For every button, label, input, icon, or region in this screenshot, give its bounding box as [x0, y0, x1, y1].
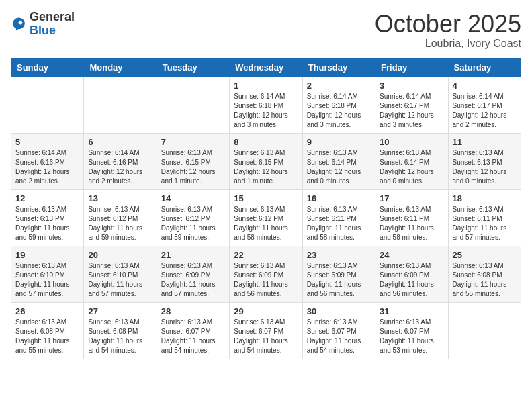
month-title: October 2025 — [375, 11, 521, 38]
calendar-cell: 30Sunrise: 6:13 AM Sunset: 6:07 PM Dayli… — [302, 302, 375, 359]
day-info: Sunrise: 6:14 AM Sunset: 6:17 PM Dayligh… — [453, 92, 517, 130]
calendar-week-1: 1Sunrise: 6:14 AM Sunset: 6:18 PM Daylig… — [11, 77, 521, 133]
day-number: 19 — [15, 250, 79, 260]
calendar-cell: 4Sunrise: 6:14 AM Sunset: 6:17 PM Daylig… — [448, 77, 521, 133]
day-number: 29 — [234, 306, 298, 316]
weekday-header-friday: Friday — [375, 58, 448, 77]
day-number: 11 — [453, 137, 517, 147]
day-info: Sunrise: 6:13 AM Sunset: 6:15 PM Dayligh… — [234, 148, 298, 186]
day-number: 18 — [453, 193, 517, 203]
day-info: Sunrise: 6:13 AM Sunset: 6:09 PM Dayligh… — [380, 261, 443, 299]
calendar-cell — [448, 302, 521, 359]
day-number: 13 — [88, 193, 152, 203]
calendar-week-3: 12Sunrise: 6:13 AM Sunset: 6:13 PM Dayli… — [11, 189, 521, 246]
calendar-week-4: 19Sunrise: 6:13 AM Sunset: 6:10 PM Dayli… — [11, 246, 521, 302]
calendar-week-2: 5Sunrise: 6:14 AM Sunset: 6:16 PM Daylig… — [11, 133, 521, 189]
calendar-cell: 12Sunrise: 6:13 AM Sunset: 6:13 PM Dayli… — [11, 189, 84, 246]
day-info: Sunrise: 6:13 AM Sunset: 6:10 PM Dayligh… — [15, 261, 79, 299]
day-info: Sunrise: 6:13 AM Sunset: 6:07 PM Dayligh… — [307, 318, 371, 355]
calendar-cell — [157, 77, 229, 133]
day-info: Sunrise: 6:13 AM Sunset: 6:08 PM Dayligh… — [88, 318, 152, 355]
day-number: 25 — [453, 250, 517, 260]
location-title: Loubria, Ivory Coast — [375, 38, 521, 50]
logo-icon — [11, 16, 27, 32]
day-info: Sunrise: 6:13 AM Sunset: 6:11 PM Dayligh… — [453, 205, 517, 242]
calendar-cell: 6Sunrise: 6:14 AM Sunset: 6:16 PM Daylig… — [84, 133, 157, 189]
calendar-cell: 3Sunrise: 6:14 AM Sunset: 6:17 PM Daylig… — [375, 77, 448, 133]
day-number: 15 — [234, 193, 298, 203]
calendar-cell: 8Sunrise: 6:13 AM Sunset: 6:15 PM Daylig… — [230, 133, 302, 189]
weekday-header-row: SundayMondayTuesdayWednesdayThursdayFrid… — [11, 58, 521, 77]
calendar-cell: 17Sunrise: 6:13 AM Sunset: 6:11 PM Dayli… — [375, 189, 448, 246]
day-number: 28 — [161, 306, 225, 316]
day-info: Sunrise: 6:13 AM Sunset: 6:15 PM Dayligh… — [161, 148, 225, 186]
day-info: Sunrise: 6:13 AM Sunset: 6:12 PM Dayligh… — [88, 205, 152, 242]
calendar-cell: 10Sunrise: 6:13 AM Sunset: 6:14 PM Dayli… — [375, 133, 448, 189]
calendar-cell: 26Sunrise: 6:13 AM Sunset: 6:08 PM Dayli… — [11, 302, 84, 359]
day-info: Sunrise: 6:14 AM Sunset: 6:17 PM Dayligh… — [380, 92, 443, 130]
calendar-cell: 24Sunrise: 6:13 AM Sunset: 6:09 PM Dayli… — [375, 246, 448, 302]
day-number: 2 — [307, 81, 371, 91]
calendar-cell: 25Sunrise: 6:13 AM Sunset: 6:08 PM Dayli… — [448, 246, 521, 302]
calendar-cell: 23Sunrise: 6:13 AM Sunset: 6:09 PM Dayli… — [302, 246, 375, 302]
day-number: 3 — [380, 81, 443, 91]
calendar-cell: 14Sunrise: 6:13 AM Sunset: 6:12 PM Dayli… — [157, 189, 229, 246]
day-number: 1 — [234, 81, 298, 91]
day-number: 8 — [234, 137, 298, 147]
day-number: 10 — [380, 137, 443, 147]
calendar-cell: 20Sunrise: 6:13 AM Sunset: 6:10 PM Dayli… — [84, 246, 157, 302]
calendar-cell: 5Sunrise: 6:14 AM Sunset: 6:16 PM Daylig… — [11, 133, 84, 189]
day-number: 22 — [234, 250, 298, 260]
day-number: 14 — [161, 193, 225, 203]
day-info: Sunrise: 6:14 AM Sunset: 6:16 PM Dayligh… — [15, 148, 79, 186]
day-info: Sunrise: 6:13 AM Sunset: 6:14 PM Dayligh… — [307, 148, 371, 186]
logo-general-text: General — [30, 10, 75, 24]
day-number: 20 — [88, 250, 152, 260]
calendar-cell: 1Sunrise: 6:14 AM Sunset: 6:18 PM Daylig… — [230, 77, 302, 133]
day-info: Sunrise: 6:13 AM Sunset: 6:11 PM Dayligh… — [380, 205, 443, 242]
day-info: Sunrise: 6:13 AM Sunset: 6:07 PM Dayligh… — [234, 318, 298, 355]
calendar-cell — [84, 77, 157, 133]
day-info: Sunrise: 6:13 AM Sunset: 6:09 PM Dayligh… — [234, 261, 298, 299]
day-info: Sunrise: 6:13 AM Sunset: 6:09 PM Dayligh… — [161, 261, 225, 299]
calendar-week-5: 26Sunrise: 6:13 AM Sunset: 6:08 PM Dayli… — [11, 302, 521, 359]
day-number: 9 — [307, 137, 371, 147]
day-info: Sunrise: 6:13 AM Sunset: 6:10 PM Dayligh… — [88, 261, 152, 299]
day-info: Sunrise: 6:14 AM Sunset: 6:18 PM Dayligh… — [307, 92, 371, 130]
calendar-cell: 2Sunrise: 6:14 AM Sunset: 6:18 PM Daylig… — [302, 77, 375, 133]
day-info: Sunrise: 6:13 AM Sunset: 6:12 PM Dayligh… — [161, 205, 225, 242]
calendar-cell: 13Sunrise: 6:13 AM Sunset: 6:12 PM Dayli… — [84, 189, 157, 246]
day-number: 27 — [88, 306, 152, 316]
calendar-cell: 11Sunrise: 6:13 AM Sunset: 6:13 PM Dayli… — [448, 133, 521, 189]
weekday-header-monday: Monday — [84, 58, 157, 77]
day-number: 17 — [380, 193, 443, 203]
day-info: Sunrise: 6:14 AM Sunset: 6:18 PM Dayligh… — [234, 92, 298, 130]
day-info: Sunrise: 6:13 AM Sunset: 6:08 PM Dayligh… — [453, 261, 517, 299]
day-number: 23 — [307, 250, 371, 260]
day-info: Sunrise: 6:13 AM Sunset: 6:09 PM Dayligh… — [307, 261, 371, 299]
day-info: Sunrise: 6:13 AM Sunset: 6:14 PM Dayligh… — [380, 148, 443, 186]
day-info: Sunrise: 6:13 AM Sunset: 6:13 PM Dayligh… — [453, 148, 517, 186]
page-header: General Blue October 2025 Loubria, Ivory… — [11, 11, 521, 50]
calendar-cell: 19Sunrise: 6:13 AM Sunset: 6:10 PM Dayli… — [11, 246, 84, 302]
day-info: Sunrise: 6:13 AM Sunset: 6:07 PM Dayligh… — [380, 318, 443, 355]
weekday-header-sunday: Sunday — [11, 58, 84, 77]
calendar-cell: 29Sunrise: 6:13 AM Sunset: 6:07 PM Dayli… — [230, 302, 302, 359]
weekday-header-tuesday: Tuesday — [157, 58, 229, 77]
day-number: 31 — [380, 306, 443, 316]
day-number: 21 — [161, 250, 225, 260]
logo: General Blue — [11, 11, 75, 38]
day-info: Sunrise: 6:13 AM Sunset: 6:13 PM Dayligh… — [15, 205, 79, 242]
day-number: 30 — [307, 306, 371, 316]
day-number: 5 — [15, 137, 79, 147]
calendar-cell: 16Sunrise: 6:13 AM Sunset: 6:11 PM Dayli… — [302, 189, 375, 246]
day-number: 12 — [15, 193, 79, 203]
calendar-cell: 21Sunrise: 6:13 AM Sunset: 6:09 PM Dayli… — [157, 246, 229, 302]
day-number: 26 — [15, 306, 79, 316]
weekday-header-saturday: Saturday — [448, 58, 521, 77]
calendar-cell: 18Sunrise: 6:13 AM Sunset: 6:11 PM Dayli… — [448, 189, 521, 246]
title-block: October 2025 Loubria, Ivory Coast — [375, 11, 521, 50]
calendar-cell: 7Sunrise: 6:13 AM Sunset: 6:15 PM Daylig… — [157, 133, 229, 189]
calendar-cell: 15Sunrise: 6:13 AM Sunset: 6:12 PM Dayli… — [230, 189, 302, 246]
day-number: 7 — [161, 137, 225, 147]
